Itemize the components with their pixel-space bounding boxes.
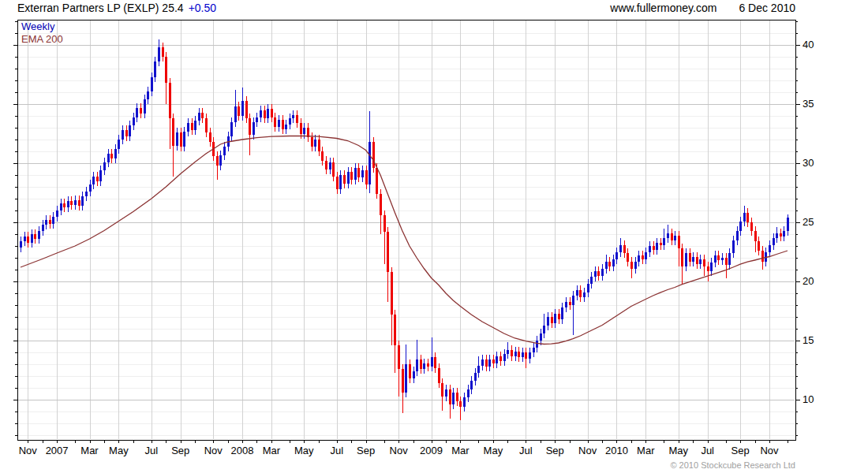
candle (627, 248, 629, 266)
candle (689, 248, 691, 266)
candle (769, 240, 771, 257)
candle (125, 125, 128, 141)
candle (92, 172, 95, 190)
x-axis-label: May (484, 445, 503, 456)
candle (103, 158, 106, 176)
candle (445, 385, 447, 401)
candle (703, 255, 705, 276)
candle (547, 312, 549, 330)
candle (721, 253, 724, 265)
candle (285, 120, 287, 134)
candle (264, 106, 266, 124)
candle (594, 266, 597, 282)
candle (438, 363, 440, 389)
candle (554, 309, 556, 328)
y-axis-label: 30 (803, 157, 814, 169)
candle (78, 196, 80, 211)
candle (653, 241, 655, 255)
candle (714, 251, 716, 267)
candle (449, 385, 451, 419)
candle (434, 352, 436, 373)
candle (685, 248, 687, 271)
candle (183, 127, 185, 152)
candle (725, 253, 728, 278)
candle (645, 248, 647, 264)
candle (477, 356, 480, 378)
candle (529, 348, 531, 363)
x-axis-label: Mar (451, 445, 470, 456)
candle (732, 236, 735, 259)
chart-date: 6 Dec 2010 (739, 2, 795, 14)
candle (110, 149, 113, 163)
candle (561, 303, 563, 324)
candle (311, 132, 313, 151)
candle (511, 345, 513, 361)
candle (656, 238, 658, 255)
candle (158, 39, 160, 67)
candle (27, 232, 29, 248)
candle (347, 167, 350, 188)
candle (533, 343, 535, 357)
candle (423, 359, 425, 374)
candle (191, 118, 193, 135)
candle (245, 96, 248, 124)
candle (391, 267, 393, 345)
candle (194, 116, 196, 135)
candle (380, 189, 382, 234)
price-chart: 10152025303540Nov2007MarMayJulSepNov2008… (0, 0, 868, 473)
x-axis-label: Nov (19, 445, 38, 456)
candle (209, 128, 211, 147)
candle (307, 123, 309, 142)
candle (383, 210, 386, 264)
candle (642, 251, 644, 264)
x-axis-label: 2007 (46, 445, 69, 456)
candle (514, 347, 517, 361)
candle (34, 229, 36, 244)
candle (45, 215, 47, 229)
x-axis-label: May (294, 445, 314, 456)
candle (456, 388, 458, 406)
candle (692, 252, 694, 266)
candle (31, 229, 33, 248)
y-axis-label: 10 (803, 393, 814, 405)
y-axis-label: 15 (803, 334, 814, 346)
candle (634, 257, 637, 274)
candle (608, 257, 611, 271)
candle (325, 156, 327, 174)
candle (114, 144, 117, 163)
x-axis-label: Jul (519, 445, 533, 456)
candle (271, 104, 273, 122)
candle (354, 163, 357, 184)
candle (660, 238, 662, 250)
candle (42, 220, 44, 236)
candle (463, 393, 466, 412)
candle (296, 110, 298, 128)
candle (147, 87, 149, 105)
candle (350, 167, 353, 185)
candle (52, 212, 54, 229)
candle (332, 158, 335, 181)
candle (671, 229, 673, 245)
x-axis-label: Jul (330, 445, 343, 456)
candle (205, 114, 208, 137)
website-text: www.fullermoney.com (610, 2, 716, 14)
candle (681, 244, 683, 284)
candle (649, 241, 651, 257)
x-axis-label: May (669, 445, 689, 456)
candle (431, 337, 433, 372)
x-axis-label: Nov (760, 445, 779, 456)
candle (133, 113, 135, 131)
candle (776, 227, 778, 243)
candle (172, 114, 174, 177)
candle (365, 166, 368, 189)
candle (289, 114, 291, 129)
candle (282, 115, 284, 134)
legend-timeframe: Weekly (21, 21, 54, 32)
candle (413, 367, 415, 383)
candle (129, 121, 131, 141)
candle (492, 355, 495, 368)
y-axis-label: 25 (803, 216, 814, 228)
candle (234, 90, 237, 127)
candle (49, 215, 51, 229)
candle (565, 297, 567, 313)
